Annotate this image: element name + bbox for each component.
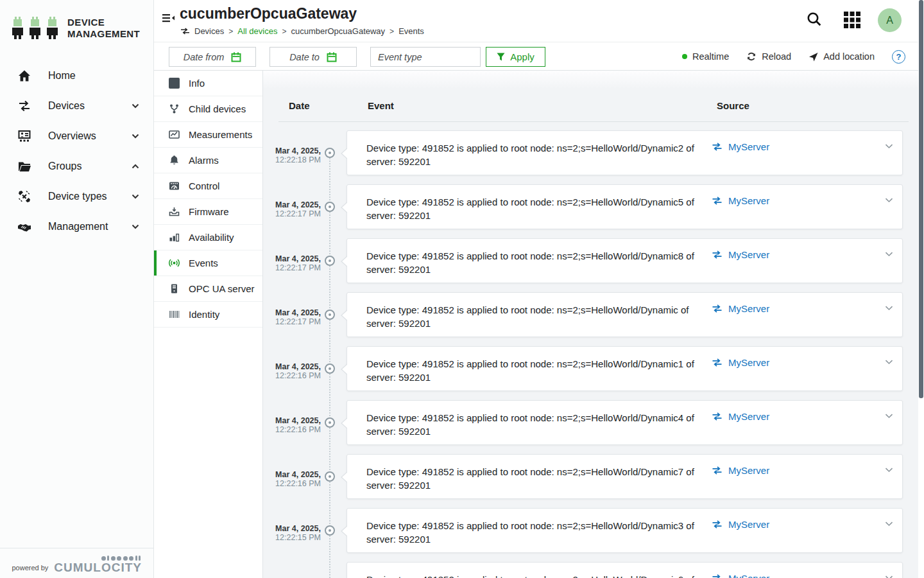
realtime-toggle[interactable]: Realtime [682,51,729,62]
exchange-icon [712,520,723,529]
exchange-icon [712,143,723,151]
event-text: Device type: 491852 is applied to root n… [366,303,713,330]
chevron-down-icon [132,103,139,109]
scrollbar-thumb[interactable] [919,0,923,398]
filter-bar: Date from Date to Event type Apply Realt… [154,42,924,71]
breadcrumb-devices[interactable]: Devices [194,26,224,36]
event-source-link[interactable]: MyServer [712,573,769,578]
expand-event-chevron-icon[interactable] [885,575,893,578]
tab-firmware[interactable]: Firmware [154,199,262,225]
info-icon: ✱ [169,78,180,89]
timeline-dot-icon [325,202,335,212]
event-source-link[interactable]: MyServer [712,195,769,206]
user-avatar[interactable]: A [878,8,902,32]
event-card: Device type: 491852 is applied to root n… [346,346,903,391]
event-source-link[interactable]: MyServer [712,141,769,152]
tab-alarms[interactable]: Alarms [154,148,262,173]
event-card: Device type: 491852 is applied to root n… [346,562,903,578]
breadcrumb-all-devices[interactable]: All devices [237,26,277,36]
event-row: Mar 4, 2025, 12:22:17 PM Device type: 49… [263,292,924,346]
tab-opc-ua-server[interactable]: OPC UA server [154,276,262,302]
expand-event-chevron-icon[interactable] [885,360,893,365]
event-text: Device type: 491852 is applied to root n… [366,195,713,222]
event-timestamp: Mar 4, 2025, 12:22:16 PM [263,416,321,434]
tab-control[interactable]: Control [154,173,262,199]
column-header-source: Source [717,100,749,111]
app-switcher-button[interactable] [843,11,861,29]
chevron-down-icon [132,194,139,199]
event-list: Mar 4, 2025, 12:22:18 PM Device type: 49… [263,122,924,578]
event-timestamp: Mar 4, 2025, 12:22:15 PM [263,524,321,542]
sidebar-item-management[interactable]: Management [0,211,153,241]
expand-event-chevron-icon[interactable] [885,198,893,203]
sidebar-item-home[interactable]: Home [0,60,153,91]
device-tabs: ✱ Info Child devices Measurements Alarms… [154,71,263,578]
event-row: Mar 4, 2025, 12:22:15 PM Device type: 49… [263,508,924,562]
event-source-link[interactable]: MyServer [712,465,769,476]
event-card: Device type: 491852 is applied to root n… [346,400,903,445]
column-header-date: Date [289,100,310,111]
date-from-input[interactable]: Date from [169,47,256,67]
expand-event-chevron-icon[interactable] [885,468,893,473]
barcode-icon [169,309,180,320]
tab-measurements[interactable]: Measurements [154,122,262,148]
search-icon [806,11,823,28]
events-table-header: Date Event Source [263,71,924,122]
reload-button[interactable]: Reload [746,51,791,62]
exchange-icon [712,412,723,421]
tab-child-devices[interactable]: Child devices [154,96,262,122]
child-devices-icon [169,103,180,114]
event-row: Mar 4, 2025, 12:22:16 PM Device type: 49… [263,454,924,508]
home-icon [17,69,31,83]
event-source-link[interactable]: MyServer [712,411,769,422]
sidebar-item-device-types[interactable]: Device types [0,181,153,211]
device-figure-icon [28,17,42,40]
expand-event-chevron-icon[interactable] [885,521,893,527]
realtime-status-icon [682,54,687,59]
event-row: Device type: 491852 is applied to root n… [263,562,924,578]
breadcrumb: Devices > All devices > cucumberOpcuaGat… [180,26,424,36]
tab-availability[interactable]: Availability [154,225,262,250]
calendar-icon [327,52,337,62]
exchange-icon [712,358,723,367]
chevron-up-icon [132,164,139,169]
exchange-icon [712,574,723,578]
control-gauge-icon [169,180,180,191]
overviews-icon [17,129,31,143]
tab-events[interactable]: Events [154,250,262,276]
availability-bars-icon [169,232,180,243]
event-timestamp: Mar 4, 2025, 12:22:17 PM [263,254,321,272]
sidebar-item-overviews[interactable]: Overviews [0,121,153,151]
event-text: Device type: 491852 is applied to root n… [366,357,713,384]
add-location-button[interactable]: Add location [809,51,875,62]
event-type-input[interactable]: Event type [370,47,481,67]
expand-event-chevron-icon[interactable] [885,252,893,257]
chevron-down-icon [132,134,139,139]
breadcrumb-device[interactable]: cucumberOpcuaGateway [291,26,385,36]
expand-event-chevron-icon[interactable] [885,306,893,311]
apply-button[interactable]: Apply [486,47,545,67]
chevron-down-icon [132,224,139,229]
event-text: Device type: 491852 is applied to root n… [366,465,713,492]
expand-event-chevron-icon[interactable] [885,144,893,149]
server-icon [169,283,180,294]
app-title: DEVICE MANAGEMENT [67,17,140,40]
expand-event-chevron-icon[interactable] [885,414,893,419]
help-button[interactable]: ? [892,50,905,64]
column-header-event: Event [368,100,394,111]
tab-info[interactable]: ✱ Info [154,71,262,96]
firmware-icon [169,206,180,217]
sidebar-item-groups[interactable]: Groups [0,151,153,181]
event-source-link[interactable]: MyServer [712,357,769,368]
exchange-icon [17,99,31,113]
event-source-link[interactable]: MyServer [712,519,769,530]
event-row: Mar 4, 2025, 12:22:16 PM Device type: 49… [263,346,924,400]
event-source-link[interactable]: MyServer [712,303,769,314]
sidebar-item-devices[interactable]: Devices [0,91,153,121]
tab-identity[interactable]: Identity [154,302,262,328]
search-button[interactable] [806,11,823,28]
date-to-input[interactable]: Date to [270,47,357,67]
location-arrow-icon [809,52,818,62]
collapse-panel-icon[interactable] [162,13,175,23]
event-source-link[interactable]: MyServer [712,249,769,260]
